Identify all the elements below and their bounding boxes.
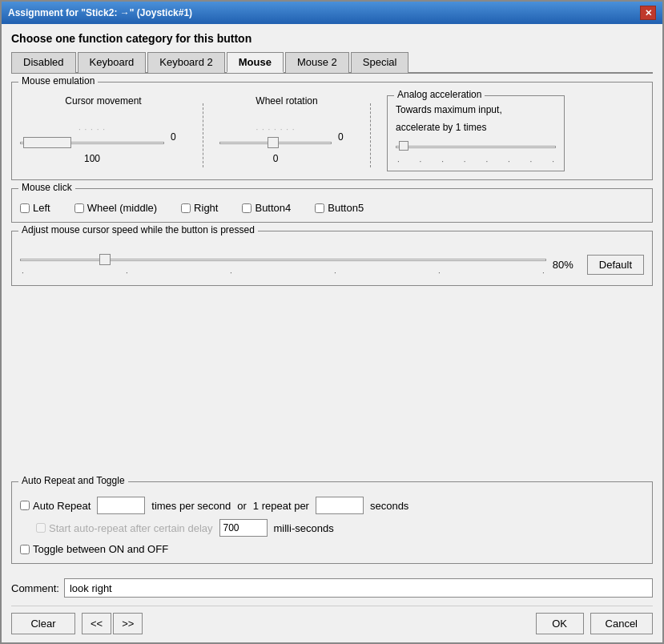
seconds-input[interactable] (316, 497, 364, 514)
tab-bar: Disabled Keyboard Keyboard 2 Mouse Mouse… (11, 51, 653, 74)
wheel-checkbox-label[interactable]: Wheel (middle) (74, 202, 157, 214)
clear-button[interactable]: Clear (11, 613, 75, 634)
cursor-value: 100 (84, 153, 100, 164)
times-per-second-input[interactable] (97, 497, 145, 514)
button4-checkbox-label[interactable]: Button4 (242, 202, 291, 214)
comment-row: Comment: (11, 578, 653, 598)
title-bar: Assignment for "Stick2: →" (Joystick#1) … (2, 2, 662, 24)
auto-repeat-group-label: Auto Repeat and Toggle (18, 475, 128, 486)
left-checkbox-label[interactable]: Left (20, 202, 50, 214)
button5-checkbox-label[interactable]: Button5 (315, 202, 364, 214)
cursor-movement-group: Cursor movement · · · · · 100 (20, 95, 187, 164)
analog-slider[interactable] (396, 139, 556, 155)
auto-repeat-group: Auto Repeat and Toggle Auto Repeat times… (11, 481, 653, 564)
comment-input[interactable] (64, 578, 653, 598)
cursor-slider[interactable] (20, 135, 164, 151)
comment-label: Comment: (11, 582, 59, 594)
start-delay-checkbox[interactable] (36, 523, 46, 533)
start-delay-text: Start auto-repeat after certain delay (49, 522, 213, 534)
right-checkbox-label[interactable]: Right (181, 202, 218, 214)
button5-label: Button5 (328, 202, 364, 214)
bottom-buttons: Clear << >> OK Cancel (11, 606, 653, 634)
prev-button[interactable]: << (82, 613, 111, 634)
default-button[interactable]: Default (587, 255, 644, 275)
analog-line1: Towards maximum input, (396, 104, 556, 115)
repeat-per-text: 1 repeat per (253, 500, 309, 512)
tab-special[interactable]: Special (351, 52, 409, 73)
cursor-speed-label: Adjust mouse cursor speed while the butt… (18, 224, 258, 235)
tab-mouse[interactable]: Mouse (227, 52, 284, 73)
toggle-checkbox-label[interactable]: Toggle between ON and OFF (20, 543, 168, 555)
right-checkbox[interactable] (181, 203, 191, 213)
nav-buttons: << >> (82, 613, 143, 634)
button5-checkbox[interactable] (315, 203, 324, 213)
milli-seconds-text: milli-seconds (274, 522, 334, 534)
analog-line2: accelerate by 1 times (396, 122, 556, 133)
start-delay-label: Start auto-repeat after certain delay (36, 522, 213, 534)
auto-repeat-label: Auto Repeat (33, 500, 91, 512)
wheel-slider[interactable] (219, 135, 332, 151)
wheel-rotation-label: Wheel rotation (256, 95, 317, 107)
cursor-right-value: 0 (171, 131, 187, 143)
ok-button[interactable]: OK (536, 613, 584, 634)
analog-acceleration-group: Analog acceleration Towards maximum inpu… (387, 95, 565, 171)
wheel-right-value: 0 (338, 131, 354, 143)
toggle-checkbox[interactable] (20, 545, 30, 554)
auto-repeat-checkbox-label[interactable]: Auto Repeat (20, 500, 91, 512)
times-per-second-text: times per second (151, 500, 231, 512)
mouse-click-label: Mouse click (18, 182, 75, 193)
auto-repeat-checkbox[interactable] (20, 501, 30, 510)
toggle-label: Toggle between ON and OFF (33, 543, 168, 555)
cursor-movement-label: Cursor movement (65, 95, 141, 107)
main-heading: Choose one function category for this bu… (11, 32, 653, 45)
close-button[interactable]: ✕ (640, 6, 656, 20)
button4-label: Button4 (255, 202, 291, 214)
next-button[interactable]: >> (113, 613, 143, 634)
wheel-rotation-group: Wheel rotation · · · · · · · 0 (219, 95, 354, 164)
cursor-speed-group: Adjust mouse cursor speed while the butt… (11, 231, 653, 286)
tab-mouse2[interactable]: Mouse 2 (285, 52, 349, 73)
left-checkbox[interactable] (20, 203, 30, 213)
wheel-value: 0 (273, 153, 279, 164)
mouse-emulation-label: Mouse emulation (18, 75, 98, 87)
delay-value-input[interactable] (219, 519, 268, 537)
cancel-button[interactable]: Cancel (590, 613, 653, 634)
analog-label: Analog acceleration (394, 89, 485, 100)
or-text: or (237, 500, 247, 512)
speed-slider[interactable] (20, 252, 546, 268)
right-label: Right (194, 202, 218, 214)
button4-checkbox[interactable] (242, 203, 252, 213)
tab-keyboard[interactable]: Keyboard (78, 52, 147, 73)
mouse-click-group: Mouse click Left Wheel (middle) Right Bu… (11, 188, 653, 223)
tab-disabled[interactable]: Disabled (11, 52, 76, 73)
left-label: Left (33, 202, 50, 214)
speed-value: 80% (553, 259, 581, 271)
tab-keyboard2[interactable]: Keyboard 2 (147, 52, 225, 73)
seconds-text: seconds (370, 500, 408, 512)
mouse-emulation-group: Mouse emulation Cursor movement · · · · … (11, 82, 653, 180)
window-title: Assignment for "Stick2: →" (Joystick#1) (8, 7, 192, 18)
wheel-checkbox[interactable] (74, 203, 84, 213)
wheel-label: Wheel (middle) (87, 202, 157, 214)
